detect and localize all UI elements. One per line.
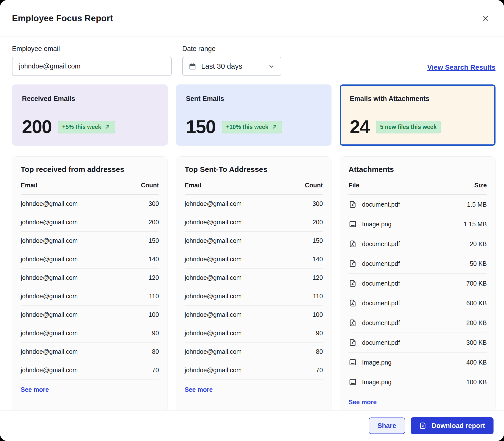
dialog-body: Employee email Date range Last 30 days xyxy=(0,36,504,410)
table-row: johndoe@gmail.com 80 xyxy=(21,343,159,361)
attachment-row: Image.png 100 KB xyxy=(348,372,487,392)
attachments-table-card: Attachments File Size xyxy=(340,156,496,410)
attachment-row: Image.png 1.15 MB xyxy=(348,214,487,234)
filters-row: Employee email Date range Last 30 days xyxy=(12,45,496,76)
trend-badge-label: +10% this week xyxy=(226,124,268,130)
file-size: 200 KB xyxy=(444,313,487,333)
share-button[interactable]: Share xyxy=(369,418,405,434)
count-cell: 70 xyxy=(290,361,323,380)
see-more-link[interactable]: See more xyxy=(348,399,377,406)
email-cell: johndoe@gmail.com xyxy=(185,250,290,269)
pdf-file-icon xyxy=(348,240,357,248)
new-files-badge: 5 new files this week xyxy=(376,121,441,133)
file-name: document.pdf xyxy=(362,300,400,307)
email-cell: johndoe@gmail.com xyxy=(185,287,290,306)
stat-title: Received Emails xyxy=(22,95,158,103)
close-button[interactable] xyxy=(480,12,492,24)
column-header-email: Email xyxy=(185,182,290,195)
count-cell: 100 xyxy=(290,306,323,324)
file-size: 1.5 MB xyxy=(444,195,487,214)
employee-focus-report-dialog: Employee Focus Report Employee email Dat… xyxy=(0,0,504,441)
email-cell: johndoe@gmail.com xyxy=(185,324,290,343)
file-cell: document.pdf xyxy=(348,319,444,327)
stat-card-emails-with-attachments[interactable]: Emails with Attachments 24 5 new files t… xyxy=(340,84,496,146)
date-range-value: Last 30 days xyxy=(201,62,242,70)
count-cell: 300 xyxy=(290,195,323,213)
email-cell: johndoe@gmail.com xyxy=(21,306,126,324)
file-size: 300 KB xyxy=(444,333,487,353)
stat-card-received-emails[interactable]: Received Emails 200 +5% this week xyxy=(12,84,168,146)
tables-row: Top received from addresses Email Count … xyxy=(12,156,496,410)
stat-value: 200 xyxy=(22,118,52,136)
table-row: johndoe@gmail.com 200 xyxy=(185,213,323,232)
count-cell: 90 xyxy=(290,324,323,343)
calendar-icon xyxy=(189,63,196,70)
table-header-row: Email Count xyxy=(21,182,159,195)
stat-value-row: 150 +10% this week xyxy=(186,118,322,136)
attachment-row: document.pdf 700 KB xyxy=(348,274,487,293)
file-name: document.pdf xyxy=(362,260,400,267)
table-row: johndoe@gmail.com 200 xyxy=(21,213,159,232)
pdf-file-icon xyxy=(348,279,357,288)
table-title: Attachments xyxy=(348,165,487,174)
count-cell: 140 xyxy=(290,250,323,269)
file-size: 600 KB xyxy=(444,293,487,313)
stat-value-row: 200 +5% this week xyxy=(22,118,158,136)
email-cell: johndoe@gmail.com xyxy=(185,306,290,324)
file-name: document.pdf xyxy=(362,201,400,208)
dialog-header: Employee Focus Report xyxy=(0,0,504,36)
email-cell: johndoe@gmail.com xyxy=(21,213,126,232)
column-header-count: Count xyxy=(290,182,323,195)
pdf-file-icon xyxy=(348,200,357,209)
column-header-count: Count xyxy=(126,182,159,195)
file-cell: document.pdf xyxy=(348,338,444,347)
trend-badge-label: +5% this week xyxy=(62,124,101,130)
download-report-button[interactable]: Download report xyxy=(411,417,494,434)
attachment-row: document.pdf 50 KB xyxy=(348,254,487,274)
table-row: johndoe@gmail.com 110 xyxy=(185,287,323,306)
stat-card-sent-emails[interactable]: Sent Emails 150 +10% this week xyxy=(176,84,332,146)
file-cell: Image.png xyxy=(348,378,444,386)
file-name: document.pdf xyxy=(362,240,400,248)
count-cell: 120 xyxy=(290,269,323,287)
new-files-badge-label: 5 new files this week xyxy=(380,124,437,130)
top-sent-to-table-card: Top Sent-To Addresses Email Count johndo… xyxy=(176,156,332,410)
file-name: document.pdf xyxy=(362,280,400,287)
file-size: 700 KB xyxy=(444,274,487,293)
count-cell: 300 xyxy=(126,195,159,213)
table-row: johndoe@gmail.com 140 xyxy=(185,250,323,269)
file-name: Image.png xyxy=(362,379,391,386)
stat-value: 150 xyxy=(186,118,216,136)
count-cell: 110 xyxy=(290,287,323,306)
attachment-row: document.pdf 200 KB xyxy=(348,313,487,333)
column-header-file: File xyxy=(348,182,444,195)
email-cell: johndoe@gmail.com xyxy=(21,195,126,213)
table-row: johndoe@gmail.com 140 xyxy=(21,250,159,269)
email-cell: johndoe@gmail.com xyxy=(185,361,290,380)
table-row: johndoe@gmail.com 110 xyxy=(21,287,159,306)
employee-email-label: Employee email xyxy=(12,45,172,53)
view-search-results-link[interactable]: View Search Results xyxy=(427,63,496,76)
download-file-icon xyxy=(419,422,427,430)
file-cell: Image.png xyxy=(348,220,444,228)
file-cell: document.pdf xyxy=(348,279,444,288)
chevron-down-icon xyxy=(268,63,275,70)
dialog-title: Employee Focus Report xyxy=(12,13,113,23)
email-cell: johndoe@gmail.com xyxy=(185,343,290,361)
see-more-link[interactable]: See more xyxy=(185,386,213,393)
pdf-file-icon xyxy=(348,259,357,268)
see-more-link[interactable]: See more xyxy=(21,386,49,393)
trend-badge: +10% this week xyxy=(222,121,282,133)
date-range-select[interactable]: Last 30 days xyxy=(182,57,281,76)
count-cell: 200 xyxy=(126,213,159,232)
file-size: 20 KB xyxy=(444,234,487,254)
employee-email-input[interactable] xyxy=(12,57,172,76)
attachment-row: Image.png 400 KB xyxy=(348,353,487,372)
count-cell: 150 xyxy=(290,232,323,250)
table-row: johndoe@gmail.com 70 xyxy=(185,361,323,380)
email-cell: johndoe@gmail.com xyxy=(185,269,290,287)
pdf-file-icon xyxy=(348,299,357,307)
attachment-row: document.pdf 600 KB xyxy=(348,293,487,313)
image-icon xyxy=(348,358,357,367)
close-icon xyxy=(481,14,490,22)
